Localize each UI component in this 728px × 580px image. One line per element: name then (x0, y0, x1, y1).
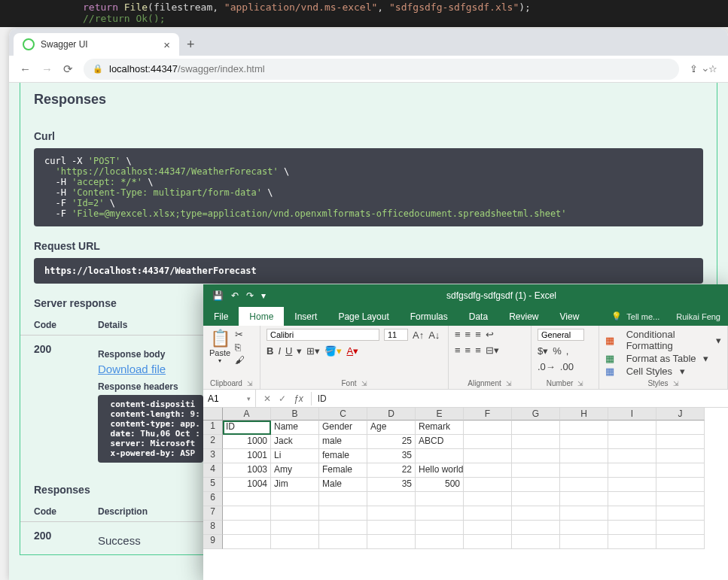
column-header[interactable]: E (416, 408, 464, 421)
save-icon[interactable]: 💾 (212, 290, 224, 301)
ribbon-tab-data[interactable]: Data (458, 307, 498, 326)
cell[interactable] (656, 421, 705, 435)
request-url-block[interactable]: https://localhost:44347/WeatherForecast (34, 258, 703, 284)
select-all-corner[interactable] (203, 408, 223, 421)
redo-icon[interactable]: ↷ (246, 290, 254, 301)
undo-icon[interactable]: ↶ (231, 290, 239, 301)
cell[interactable] (271, 521, 319, 535)
border-button[interactable]: ⊞▾ (306, 345, 320, 357)
conditional-formatting-button[interactable]: ▦ Conditional Formatting ▾ (605, 329, 721, 351)
ribbon-tab-review[interactable]: Review (498, 307, 549, 326)
cell[interactable] (319, 506, 367, 521)
merge-icon[interactable]: ⊟▾ (486, 345, 499, 356)
cell[interactable] (464, 421, 512, 435)
cell[interactable] (416, 535, 464, 549)
cell[interactable] (464, 521, 512, 535)
cell[interactable] (319, 535, 367, 549)
font-color-button[interactable]: A▾ (346, 345, 358, 357)
ribbon-tab-home[interactable]: Home (239, 307, 284, 326)
cell[interactable] (416, 449, 464, 463)
back-button[interactable]: ← (20, 62, 31, 75)
align-right-icon[interactable]: ≡ (475, 345, 481, 356)
cell[interactable] (656, 521, 705, 535)
cell[interactable] (656, 506, 705, 521)
cell[interactable] (560, 435, 608, 449)
cell[interactable] (656, 435, 705, 449)
ribbon-tab-formulas[interactable]: Formulas (400, 307, 458, 326)
row-header[interactable]: 7 (203, 506, 223, 521)
cell[interactable] (656, 535, 705, 549)
new-tab-button[interactable]: + (179, 34, 203, 56)
underline-button[interactable]: U (285, 345, 292, 357)
cell[interactable] (367, 492, 416, 506)
curl-block[interactable]: curl -X 'POST' \ 'https://localhost:4434… (34, 148, 703, 226)
cell[interactable] (512, 449, 560, 463)
wrap-text-icon[interactable]: ↩ (486, 329, 494, 340)
cell[interactable] (560, 492, 608, 506)
enter-formula-icon[interactable]: ✓ (279, 393, 286, 404)
align-bot-icon[interactable]: ≡ (475, 329, 481, 340)
reload-button[interactable]: ⟳ (63, 62, 73, 76)
cell[interactable] (512, 435, 560, 449)
cell[interactable] (560, 449, 608, 463)
cell[interactable] (512, 492, 560, 506)
cell[interactable] (608, 478, 656, 492)
spreadsheet-grid[interactable]: ABCDEFGHIJ1IDNameGenderAgeRemark21000Jac… (203, 408, 728, 549)
cell[interactable] (656, 463, 705, 478)
cell[interactable] (656, 449, 705, 463)
font-name-select[interactable] (267, 329, 379, 341)
cell[interactable]: 35 (367, 449, 416, 463)
bold-button[interactable]: B (267, 345, 273, 357)
close-icon[interactable]: × (163, 38, 170, 51)
browser-tab[interactable]: Swagger UI × (14, 33, 179, 56)
paste-button[interactable]: 📋 Paste ▾ (209, 329, 230, 364)
align-top-icon[interactable]: ≡ (455, 329, 461, 340)
italic-button[interactable]: I (278, 345, 281, 357)
cell[interactable] (608, 449, 656, 463)
cell[interactable] (608, 421, 656, 435)
cell[interactable]: ABCD (416, 435, 464, 449)
cell[interactable] (464, 506, 512, 521)
cell[interactable]: 22 (367, 463, 416, 478)
cell[interactable] (367, 535, 416, 549)
row-header[interactable]: 1 (203, 421, 223, 435)
row-header[interactable]: 2 (203, 435, 223, 449)
cell[interactable]: ID (223, 421, 271, 435)
cell-styles-button[interactable]: ▦ Cell Styles ▾ (605, 366, 685, 377)
cell[interactable] (319, 521, 367, 535)
column-header[interactable]: F (464, 408, 512, 421)
cell[interactable]: Age (367, 421, 416, 435)
cell[interactable]: Hello world (416, 463, 464, 478)
cell[interactable] (560, 478, 608, 492)
cell[interactable] (656, 492, 705, 506)
cell[interactable]: 1000 (223, 435, 271, 449)
ribbon-tab-view[interactable]: View (550, 307, 590, 326)
column-header[interactable]: C (319, 408, 367, 421)
row-header[interactable]: 6 (203, 492, 223, 506)
cell[interactable] (560, 535, 608, 549)
cell[interactable] (223, 521, 271, 535)
cell[interactable] (367, 521, 416, 535)
cell[interactable] (319, 492, 367, 506)
decrease-decimal-icon[interactable]: .00 (560, 361, 574, 372)
cell[interactable] (512, 421, 560, 435)
cell[interactable] (223, 506, 271, 521)
url-input[interactable]: 🔒 localhost:44347/swagger/index.html (84, 59, 679, 80)
cell[interactable]: Male (319, 478, 367, 492)
cell[interactable] (464, 435, 512, 449)
cell[interactable] (416, 492, 464, 506)
cell[interactable] (560, 421, 608, 435)
cell[interactable]: Jack (271, 435, 319, 449)
ribbon-tab-insert[interactable]: Insert (284, 307, 327, 326)
column-header[interactable]: G (512, 408, 560, 421)
cell[interactable]: 25 (367, 435, 416, 449)
row-header[interactable]: 3 (203, 449, 223, 463)
tell-me-input[interactable]: Tell me... (626, 312, 659, 321)
cell[interactable] (608, 521, 656, 535)
column-header[interactable]: A (223, 408, 271, 421)
cell[interactable]: Female (319, 463, 367, 478)
fill-color-button[interactable]: 🪣▾ (324, 345, 342, 357)
align-mid-icon[interactable]: ≡ (465, 329, 471, 340)
cell[interactable] (271, 492, 319, 506)
comma-icon[interactable]: , (566, 345, 569, 357)
